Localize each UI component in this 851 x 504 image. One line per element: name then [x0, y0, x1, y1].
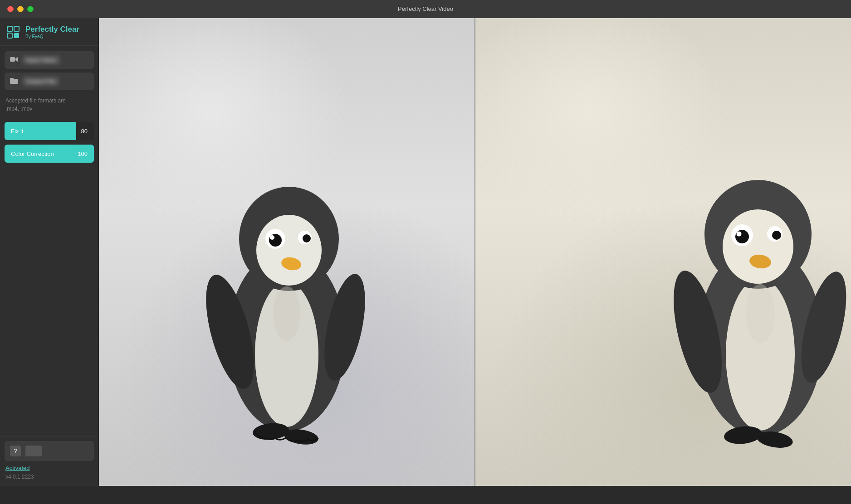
main-content: [99, 18, 851, 486]
output-file-button[interactable]: Output File: [5, 73, 94, 90]
fix-it-slider[interactable]: Fix it 80: [5, 122, 94, 140]
bottom-logo-thumbnail: [25, 446, 42, 456]
svg-point-14: [303, 234, 311, 242]
main-layout: Perfectly Clear By EyeQ Input Video: [0, 18, 851, 486]
fix-it-value: 80: [81, 128, 88, 135]
color-correction-value: 100: [78, 150, 88, 157]
input-video-button[interactable]: Input Video: [5, 51, 94, 69]
close-button[interactable]: [7, 6, 14, 12]
logo-area: Perfectly Clear By EyeQ: [0, 18, 98, 46]
bottom-bar: ?: [5, 441, 94, 461]
video-right-panel: [475, 18, 851, 486]
logo-icon: [5, 24, 21, 40]
logo-sub-text: By EyeQ: [25, 34, 79, 39]
sidebar-spacer: [0, 280, 98, 436]
sidebar-bottom: ? Activated v4.0.1.2223: [0, 436, 98, 486]
folder-icon: [10, 78, 18, 86]
output-file-label: Output File: [23, 77, 59, 86]
color-correction-slider[interactable]: Color Correction 100: [5, 145, 94, 163]
help-button[interactable]: ?: [10, 446, 21, 456]
video-preview: [99, 18, 851, 486]
video-divider: [474, 18, 475, 486]
penguin-svg-right: [670, 155, 851, 472]
input-video-label: Input Video: [23, 56, 60, 64]
svg-rect-5: [10, 57, 15, 62]
svg-point-26: [735, 230, 749, 243]
color-correction-label: Color Correction: [11, 150, 54, 157]
sliders-section: Fix it 80 Color Correction 100: [0, 120, 98, 280]
fix-it-label: Fix it: [11, 128, 23, 135]
sidebar: Perfectly Clear By EyeQ Input Video: [0, 18, 99, 486]
svg-point-35: [746, 284, 775, 343]
video-camera-icon: [10, 56, 18, 64]
titlebar: Perfectly Clear Video: [0, 0, 851, 18]
sidebar-controls: Input Video Output File: [0, 46, 98, 94]
minimize-button[interactable]: [17, 6, 24, 12]
penguin-right: [670, 155, 851, 472]
svg-point-27: [737, 232, 742, 237]
penguin-left: [201, 160, 373, 468]
svg-point-12: [270, 235, 274, 240]
svg-point-24: [723, 209, 793, 284]
version-text: v4.0.1.2223: [5, 474, 35, 480]
logo-main-text: Perfectly Clear: [25, 25, 79, 34]
activated-link[interactable]: Activated: [5, 465, 94, 471]
svg-point-29: [772, 231, 781, 240]
file-format-hint: Accepted file formats are .mp4, .mov: [0, 94, 98, 120]
svg-point-9: [256, 215, 322, 286]
bottom-strip: [0, 486, 851, 504]
window-controls[interactable]: [7, 6, 34, 12]
svg-point-20: [273, 286, 300, 341]
question-mark: ?: [14, 447, 18, 455]
window-title: Perfectly Clear Video: [398, 5, 453, 12]
maximize-button[interactable]: [27, 6, 34, 12]
logo-text: Perfectly Clear By EyeQ: [25, 25, 79, 39]
video-left-panel: [99, 18, 475, 486]
file-format-text: Accepted file formats are .mp4, .mov: [5, 97, 66, 112]
svg-rect-4: [14, 33, 19, 38]
penguin-svg-left: [201, 160, 373, 468]
